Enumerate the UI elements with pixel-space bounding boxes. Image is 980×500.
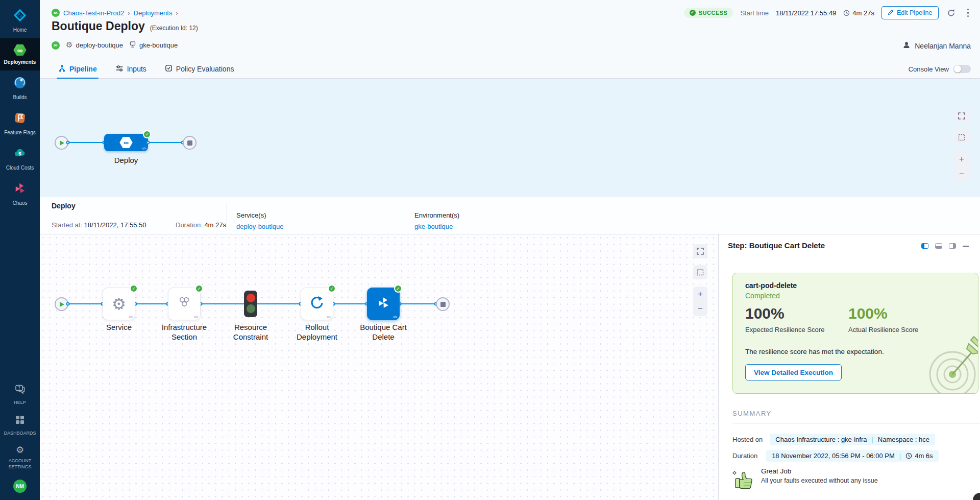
stage-details-bar: Deploy Started at: 18/11/2022, 17:55:50 … [40, 197, 980, 234]
sidebar-item-label: Builds [13, 94, 27, 101]
app-root: Home ∞ Deployments Builds Feature Flags … [0, 0, 980, 500]
sidebar-item-label: Feature Flags [4, 130, 36, 136]
breadcrumb-deployments-link[interactable]: Deployments [134, 9, 173, 17]
code-icon: </> [193, 315, 198, 319]
resilience-result-card: cart-pod-delete Completed 100% Expected … [732, 273, 978, 394]
step-label: Resource Constraint [217, 322, 284, 342]
sidebar-item-label: Cloud Costs [6, 165, 34, 171]
tab-inputs[interactable]: Inputs [115, 60, 146, 78]
actual-resilience-score: 100% [848, 305, 888, 322]
main-area: ∞ Chaos-Test-in-Prod2 › Deployments › ✓ … [40, 0, 980, 500]
experiment-name: cart-pod-delete [745, 281, 797, 290]
gear-icon: ⚙ [66, 41, 72, 49]
service-link[interactable]: deploy-boutique [236, 223, 284, 230]
stage-details-title: Deploy [52, 202, 76, 210]
pipeline-icon [58, 64, 66, 74]
fit-to-screen-button[interactable] [693, 265, 707, 279]
dashboards-icon [15, 415, 25, 427]
zoom-controls: + − [693, 287, 707, 316]
summary-result-subtitle: All your faults executed without any iss… [761, 477, 878, 484]
sidebar-spacer [0, 211, 40, 379]
duration-value: 4m 27s [843, 9, 874, 17]
tab-pipeline[interactable]: Pipeline [58, 60, 97, 78]
step-node-service[interactable]: ⚙ ✓ </> [103, 288, 135, 320]
zoom-in-button[interactable]: + [698, 290, 703, 298]
sidebar-item-label: Deployments [4, 59, 36, 65]
stage-duration: Duration: 4m 27s [176, 221, 226, 229]
inputs-icon [115, 65, 124, 74]
sidebar-item-deployments[interactable]: ∞ Deployments [0, 38, 40, 70]
duration-chip: 18 November 2022, 05:56 PM - 06:00 PM | … [766, 450, 938, 462]
sidebar-item-cloud-costs[interactable]: $ Cloud Costs [0, 141, 40, 176]
layout-bottom-panel-icon[interactable] [935, 243, 942, 249]
chevron-right-icon: › [176, 9, 178, 17]
thumbs-up-illustration [732, 467, 754, 491]
refresh-icon[interactable] [946, 7, 957, 18]
step-node-resource-constraint[interactable] [244, 291, 257, 317]
fullscreen-button[interactable] [954, 109, 969, 123]
steps-end-node[interactable] [436, 297, 450, 311]
step-node-infrastructure[interactable]: ✓ </> [168, 288, 201, 320]
services-label: Service(s) [236, 211, 266, 219]
sidebar-item-feature-flags[interactable]: Feature Flags [0, 106, 40, 141]
step-node-boutique-cart-delete[interactable]: ✓ </> [367, 288, 400, 320]
fullscreen-button[interactable] [693, 244, 707, 258]
sidebar-item-label: Home [13, 27, 27, 33]
zoom-out-button[interactable]: − [959, 170, 964, 178]
sidebar: Home ∞ Deployments Builds Feature Flags … [0, 0, 40, 500]
environments-label: Environment(s) [414, 211, 459, 219]
sidebar-item-help[interactable]: ? HELP [0, 379, 40, 410]
chip-divider: | [871, 436, 873, 443]
tab-policy-evaluations[interactable]: Policy Evaluations [165, 60, 234, 78]
play-icon [60, 302, 64, 307]
step-node-rollout-deployment[interactable]: ✓ </> [301, 288, 333, 320]
console-view-toggle[interactable] [953, 65, 971, 73]
duration-label: Duration [732, 452, 757, 460]
hosted-on-chip: Chaos Infrastructure : gke-infra | Names… [770, 434, 935, 445]
breadcrumb-project-link[interactable]: Chaos-Test-in-Prod2 [63, 9, 124, 17]
sidebar-item-account-settings[interactable]: ⚙ ACCOUNT SETTINGS [0, 441, 40, 474]
chevron-right-icon: › [128, 9, 130, 17]
summary-heading: SUMMARY [732, 410, 979, 423]
service-tag: ⚙ deploy-boutique [66, 41, 123, 49]
tab-label: Policy Evaluations [176, 65, 234, 73]
more-options-icon[interactable] [964, 8, 972, 18]
current-user[interactable]: Neelanjan Manna [902, 41, 971, 51]
layout-full-panel-icon[interactable] [949, 243, 956, 249]
stage-node-deploy[interactable]: ∞ ✓ </> [104, 134, 148, 151]
sidebar-item-dashboards[interactable]: DASHBOARDS [0, 410, 40, 441]
step-label: Rollout Deployment [284, 322, 350, 342]
zoom-out-button[interactable]: − [698, 304, 703, 313]
pipeline-end-node[interactable] [183, 136, 197, 150]
pencil-icon [888, 9, 894, 17]
fault-duration: 4m 6s [905, 452, 933, 460]
step-graph-canvas[interactable]: ⚙ ✓ </> ✓ </> ✓ </> ✓ </> [40, 234, 718, 500]
expected-resilience-score: 100% [745, 305, 785, 322]
stage-graph-canvas[interactable]: ∞ ✓ </> Deploy + − [40, 79, 980, 197]
execution-id: (Execution Id: 12) [150, 25, 198, 32]
layout-right-panel-icon[interactable] [921, 243, 928, 249]
start-time-label: Start time [740, 9, 769, 17]
zoom-in-button[interactable]: + [959, 155, 964, 163]
sidebar-item-chaos[interactable]: Chaos [0, 176, 40, 211]
hosted-on-label: Hosted on [732, 436, 763, 443]
cd-pipeline-icon: ∞ [52, 9, 60, 17]
edit-pipeline-button[interactable]: Edit Pipeline [881, 6, 939, 19]
fit-to-screen-button[interactable] [954, 130, 969, 145]
view-detailed-execution-button[interactable]: View Detailed Execution [745, 364, 842, 380]
chaos-fault-icon [376, 296, 390, 312]
sidebar-item-builds[interactable]: Builds [0, 70, 40, 106]
sidebar-item-label: DASHBOARDS [4, 430, 36, 436]
sidebar-item-label: Chaos [13, 200, 28, 206]
environment-link[interactable]: gke-boutique [414, 223, 453, 230]
sidebar-item-home[interactable]: Home [0, 3, 40, 38]
success-check-icon: ✓ [143, 130, 151, 138]
step-panel-title: Step: Boutique Cart Delete [728, 241, 825, 250]
stop-icon [187, 140, 192, 146]
zoom-controls: + − [954, 152, 969, 181]
code-icon: </> [393, 315, 397, 319]
user-avatar[interactable]: NM [13, 480, 27, 493]
page-header: ∞ Chaos-Test-in-Prod2 › Deployments › ✓ … [40, 0, 980, 79]
step-label: Boutique Cart Delete [350, 322, 416, 342]
minimize-panel-icon[interactable] [963, 246, 969, 247]
